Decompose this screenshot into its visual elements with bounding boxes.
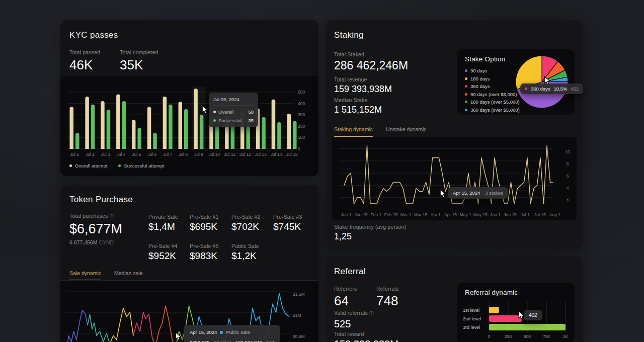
staking-panel: Staking Total Staked 286 462,246M Total … [326,20,583,248]
token-purchase-panel: Token Purchase Total purchasesⓘ $6,677M … [60,185,318,342]
svg-text:300: 300 [298,112,305,117]
svg-text:200: 200 [298,124,305,129]
sale-stats-grid: Private Sale$1,4M Pre-Sale #1$695K Pre-S… [148,214,315,262]
svg-text:Aug 1: Aug 1 [549,212,560,217]
svg-text:250: 250 [505,334,512,339]
svg-text:8: 8 [567,161,569,166]
total-purchases-sub: 6 677,456M CYND [69,239,122,245]
tooltip-row: Overall 50 [213,109,254,115]
referral-title: Referral [334,267,366,277]
info-icon[interactable]: ⓘ [110,214,114,219]
legend-90-days-over[interactable]: 90 days (over $5,000) [465,91,520,99]
svg-text:Jul 2: Jul 2 [86,152,95,157]
sale-chart-zone: $1,5M$1M$0,5M Apr 15, 2024 Public Sale $… [60,281,318,342]
staking-title: Staking [334,30,364,40]
stat-label: Total completed [120,49,158,55]
tooltip-row: Successful 35 [213,118,254,123]
stat-total-staked: Total Staked 286 462,246M [334,51,408,72]
stat-presale-2: Pre-Sale #2$702K [231,214,273,232]
svg-text:Jan 15: Jan 15 [355,212,368,217]
slice-dot-icon [465,69,467,72]
svg-text:Jul 4: Jul 4 [117,152,126,157]
svg-text:May 15: May 15 [473,212,488,217]
svg-text:Jul 12: Jul 12 [239,152,251,157]
svg-text:1K: 1K [563,334,569,339]
legend-180-days-over[interactable]: 180 days (over $5,000) [465,98,520,106]
legend-90-days[interactable]: 90 days [465,67,520,75]
successful-dot-icon [118,164,121,167]
stat-presale-1: Pre-Sale #1$695K [190,214,231,232]
stat-public-sale: Public Sale$1,2K [231,243,273,262]
tab-median-sale[interactable]: Median sale [114,270,143,281]
svg-text:Jan 1: Jan 1 [341,212,352,217]
svg-text:Jul 15: Jul 15 [286,152,298,157]
stake-option-title: Stake Option [465,55,505,63]
legend-label: Successful attempt [124,163,164,168]
svg-text:500: 500 [524,334,531,339]
slice-dot-icon [465,93,467,96]
tooltip-values-row: $450,565 50 sales 136 534,848 CYND [190,339,274,342]
tooltip-value: 35 [248,118,254,123]
kyc-panel: KYC passes Total passed 46K Total comple… [60,20,318,176]
kyc-bar-chart[interactable]: 0100200300400500Jul 1Jul 2Jul 3Jul 4Jul … [60,76,318,161]
svg-text:Jul 1: Jul 1 [70,152,79,157]
staking-dynamic-line-chart[interactable]: 246810Jan 1Jan 15Feb 1Feb 15Mar 1Mar 15A… [332,137,577,220]
legend-180-days[interactable]: 180 days [465,75,520,83]
overall-dot-icon [69,164,72,167]
tooltip-value: 50 [248,109,254,115]
svg-text:3rd level: 3rd level [463,325,480,330]
mouse-cursor-icon [202,105,208,115]
svg-text:0: 0 [298,146,300,151]
total-purchases-label: Total purchasesⓘ [69,213,122,220]
tooltip-label: Successful [218,118,242,123]
tooltip-label: Overall [218,109,233,115]
stake-option-card: Stake Option 90 days 180 days 360 days 9… [457,49,575,115]
stat-valid-referrals: Valid referralsⓘ 525 [334,310,374,330]
stake-frequency-block: Stake frequency (avg person) 1,25 [334,224,406,242]
svg-text:2: 2 [567,198,569,203]
referral-bar-chart[interactable]: 02505007501K1st level2nd level3rd level [457,287,575,342]
staking-chart-tooltip: Apr 15, 2024 3 stakes [448,187,508,199]
mouse-cursor-icon [544,76,550,86]
info-icon[interactable]: ⓘ [369,311,374,316]
mouse-cursor-icon [440,189,446,199]
svg-text:$0,5M: $0,5M [293,334,305,339]
svg-text:750: 750 [543,334,550,339]
slice-dot-icon [465,85,467,88]
stat-presale-3: Pre-Sale #3$745K [273,214,315,232]
tooltip-date: Jul 09, 2024 [213,97,254,106]
svg-text:6: 6 [567,174,569,179]
kyc-stats: Total passed 46K Total completed 35K [69,49,158,73]
stat-value: 46K [69,57,120,73]
stat-private-sale: Private Sale$1,4M [148,214,190,232]
svg-text:Jul 3: Jul 3 [101,152,110,157]
legend-360-days[interactable]: 360 days [465,82,520,91]
svg-text:Jul 15: Jul 15 [534,212,546,217]
svg-text:1st level: 1st level [463,308,479,313]
svg-text:Jul 6: Jul 6 [147,152,156,157]
pie-tooltip: 360 days 10,5% 452 [520,83,583,94]
stake-option-pie-chart[interactable] [514,54,570,110]
dashboard: KYC passes Total passed 46K Total comple… [0,0,644,342]
svg-text:Jul 9: Jul 9 [194,152,203,157]
stat-total-reward: Total reward 159 393,938M [334,331,398,342]
svg-text:500: 500 [298,90,305,95]
svg-text:4: 4 [567,186,569,191]
stat-median-stake: Median Stake 1 515,152M [334,97,382,115]
mouse-cursor-icon [175,332,182,341]
token-tabs: Sale dynamic Median sale [69,270,143,281]
public-sale-dot-icon [220,331,223,334]
svg-text:Jul 5: Jul 5 [132,152,141,157]
legend-successful-attempt[interactable]: Successful attempt [118,163,164,168]
sale-chart-tooltip: Apr 15, 2024 Public Sale $450,565 50 sal… [184,325,280,342]
svg-text:Apr 15: Apr 15 [444,212,457,217]
total-purchases-value: $6,677M [69,221,122,237]
legend-360-days-over[interactable]: 360 days (over $5,000) [465,106,520,114]
overall-dot-icon [213,111,216,113]
legend-overall-attempt[interactable]: Overall attempt [69,163,107,168]
tab-sale-dynamic[interactable]: Sale dynamic [69,270,101,281]
token-purchase-title: Token Purchase [69,195,133,205]
slice-dot-icon [465,109,467,111]
svg-text:Feb 15: Feb 15 [384,212,398,217]
kyc-chart-tooltip: Jul 09, 2024 Overall 50 Successful 35 [209,93,258,127]
